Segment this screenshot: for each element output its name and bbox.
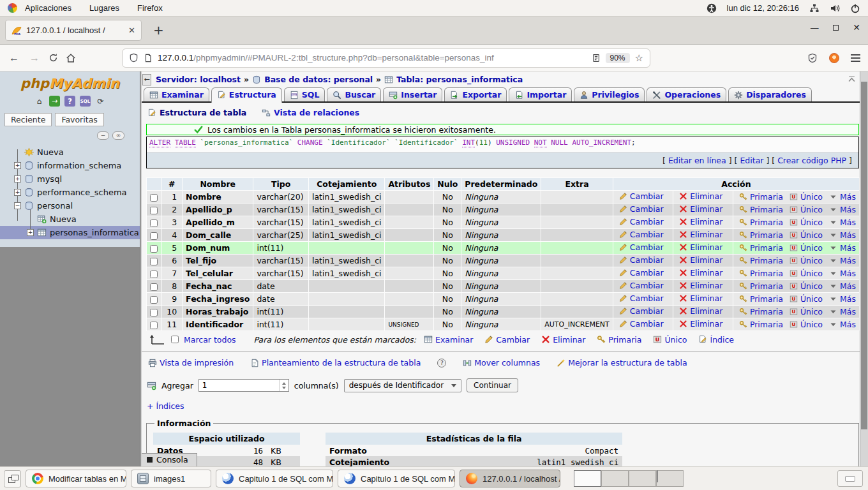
content-scrollbar[interactable] bbox=[860, 71, 868, 466]
action-cambiar[interactable]: Cambiar bbox=[619, 306, 664, 316]
action-eliminar[interactable]: Eliminar bbox=[679, 293, 722, 303]
row-checkbox[interactable] bbox=[150, 219, 158, 227]
action-eliminar[interactable]: Eliminar bbox=[679, 217, 722, 226]
action-u-nico[interactable]: Único bbox=[789, 294, 823, 304]
taskbar-window-127-0-0-1-localhost-per[interactable]: 127.0.0.1 / localhost / per... bbox=[460, 470, 560, 487]
tool-mejorar-la-estructura-de-tabla[interactable]: Mejorar la estructura de tabla bbox=[557, 358, 687, 368]
sidebar-item-personas-informatica[interactable]: +personas_informatica bbox=[0, 226, 140, 239]
action-cambiar[interactable]: Cambiar bbox=[619, 255, 664, 265]
row-checkbox[interactable] bbox=[150, 322, 158, 329]
tab-estructura[interactable]: Estructura bbox=[211, 87, 282, 103]
check-all-checkbox[interactable] bbox=[171, 336, 179, 343]
sql-link-editar[interactable]: Editar bbox=[740, 156, 763, 165]
tree-expander-icon[interactable]: + bbox=[14, 189, 21, 196]
action-primaria[interactable]: Primaria bbox=[739, 192, 783, 202]
action-ma-s[interactable]: Más bbox=[829, 243, 856, 253]
action-u-nico[interactable]: Único bbox=[789, 243, 823, 253]
row-checkbox[interactable] bbox=[150, 283, 158, 291]
applications-menu-icon[interactable] bbox=[8, 3, 17, 13]
minimize-button[interactable]: — bbox=[810, 22, 819, 33]
sidebar-item-performance-schema[interactable]: +performance_schema bbox=[0, 186, 140, 199]
action-ma-s[interactable]: Más bbox=[829, 218, 856, 227]
action-ma-s[interactable]: Más bbox=[829, 192, 856, 202]
reader-mode-icon[interactable] bbox=[592, 54, 601, 63]
selected-action-examinar[interactable]: Examinar bbox=[424, 335, 473, 345]
tool-planteamiento-de-la-estructura-de-tabla[interactable]: Planteamiento de la estructura de tabla bbox=[250, 358, 421, 368]
workspace-4[interactable] bbox=[656, 470, 684, 487]
tab-exportar[interactable]: Exportar bbox=[444, 87, 507, 101]
menu-aplicaciones[interactable]: Aplicaciones bbox=[25, 3, 71, 13]
action-u-nico[interactable]: Único bbox=[789, 205, 823, 214]
tab-disparadores[interactable]: Disparadores bbox=[728, 87, 812, 101]
taskbar-window-capitulo-1-de-sql-com-my[interactable]: Capitulo 1 de SQL com My... bbox=[216, 470, 333, 487]
action-ma-s[interactable]: Más bbox=[829, 281, 856, 291]
workspace-2[interactable] bbox=[601, 470, 629, 487]
tab-privilegios[interactable]: Privilegios bbox=[574, 87, 645, 101]
scrollbar-thumb[interactable] bbox=[861, 82, 867, 429]
logout-icon[interactable]: → bbox=[49, 96, 60, 107]
sql-link-crear-co-digo-php[interactable]: Crear código PHP bbox=[777, 156, 846, 165]
action-eliminar[interactable]: Eliminar bbox=[679, 191, 722, 201]
action-ma-s[interactable]: Más bbox=[829, 307, 856, 316]
action-primaria[interactable]: Primaria bbox=[739, 243, 783, 253]
refresh-icon[interactable]: ⟳ bbox=[95, 96, 106, 107]
menu-firefox[interactable]: Firefox bbox=[137, 3, 163, 13]
action-u-nico[interactable]: Único bbox=[789, 281, 823, 291]
tab-examinar[interactable]: Examinar bbox=[144, 87, 209, 101]
action-cambiar[interactable]: Cambiar bbox=[619, 293, 664, 303]
count-spinner[interactable] bbox=[279, 380, 288, 391]
action-primaria[interactable]: Primaria bbox=[739, 307, 783, 316]
action-u-nico[interactable]: Único bbox=[789, 269, 823, 278]
action-cambiar[interactable]: Cambiar bbox=[619, 268, 664, 278]
action-eliminar[interactable]: Eliminar bbox=[679, 242, 722, 252]
console-button[interactable]: Consola bbox=[142, 453, 197, 466]
bookmark-star-icon[interactable]: ☆ bbox=[635, 52, 643, 64]
tool-vista-de-impresio-n[interactable]: Vista de impresión bbox=[148, 358, 234, 368]
row-checkbox[interactable] bbox=[150, 194, 158, 202]
action-ma-s[interactable]: Más bbox=[829, 269, 856, 278]
link-panel-icon[interactable]: ∞ bbox=[112, 131, 124, 140]
restore-button[interactable] bbox=[833, 25, 839, 31]
taskbar-window-images1[interactable]: images1 bbox=[131, 470, 211, 487]
sidebar-item-nueva[interactable]: Nueva bbox=[0, 145, 140, 159]
sql-link-editar-en-li-nea[interactable]: Editar en línea bbox=[668, 156, 726, 165]
action-eliminar[interactable]: Eliminar bbox=[679, 306, 722, 316]
url-bar[interactable]: 127.0.0.1/phpmyadmin/#PMAURL-2:tbl_struc… bbox=[122, 48, 650, 68]
action-primaria[interactable]: Primaria bbox=[739, 230, 783, 240]
action-ma-s[interactable]: Más bbox=[829, 320, 856, 329]
action-primaria[interactable]: Primaria bbox=[739, 294, 783, 304]
back-button[interactable]: ← bbox=[8, 52, 20, 64]
action-cambiar[interactable]: Cambiar bbox=[619, 319, 664, 329]
tab-importar[interactable]: Importar bbox=[509, 87, 572, 101]
action-cambiar[interactable]: Cambiar bbox=[619, 230, 664, 239]
indexes-toggle-link[interactable]: + Índices bbox=[147, 401, 184, 411]
extension-icon[interactable] bbox=[829, 53, 839, 63]
action-ma-s[interactable]: Más bbox=[829, 205, 856, 214]
action-cambiar[interactable]: Cambiar bbox=[619, 191, 664, 201]
breadcrumb-item-base-de-datos[interactable]: Base de datos: personal bbox=[264, 75, 373, 84]
action-ma-s[interactable]: Más bbox=[829, 230, 856, 240]
subtab-estructura-de-tabla[interactable]: Estructura de tabla bbox=[147, 108, 246, 117]
taskbar-window-modificar-tablas-en-mysql[interactable]: Modificar tablas en MySQL... bbox=[26, 470, 126, 487]
accessibility-icon[interactable] bbox=[707, 3, 717, 13]
add-columns-count-input[interactable] bbox=[198, 379, 289, 392]
zoom-level-badge[interactable]: 90% bbox=[606, 53, 630, 63]
reload-button[interactable] bbox=[49, 53, 58, 63]
workspace-3[interactable] bbox=[629, 470, 656, 487]
action-primaria[interactable]: Primaria bbox=[739, 281, 783, 291]
row-checkbox[interactable] bbox=[150, 232, 158, 240]
page-info-icon[interactable] bbox=[144, 54, 153, 63]
action-eliminar[interactable]: Eliminar bbox=[679, 319, 722, 329]
action-primaria[interactable]: Primaria bbox=[739, 320, 783, 329]
action-eliminar[interactable]: Eliminar bbox=[679, 281, 722, 290]
action-eliminar[interactable]: Eliminar bbox=[679, 230, 722, 239]
help-icon[interactable]: ? bbox=[64, 96, 75, 107]
tab-buscar[interactable]: Buscar bbox=[327, 87, 381, 101]
action-eliminar[interactable]: Eliminar bbox=[679, 204, 722, 214]
action-cambiar[interactable]: Cambiar bbox=[619, 217, 664, 226]
sidebar-item-nueva[interactable]: Nueva bbox=[0, 212, 140, 226]
row-checkbox[interactable] bbox=[150, 245, 158, 253]
tab-close-icon[interactable]: ✕ bbox=[128, 26, 135, 35]
tab-favoritas[interactable]: Favoritas bbox=[55, 113, 103, 126]
menu-hamburger-icon[interactable] bbox=[851, 54, 860, 62]
